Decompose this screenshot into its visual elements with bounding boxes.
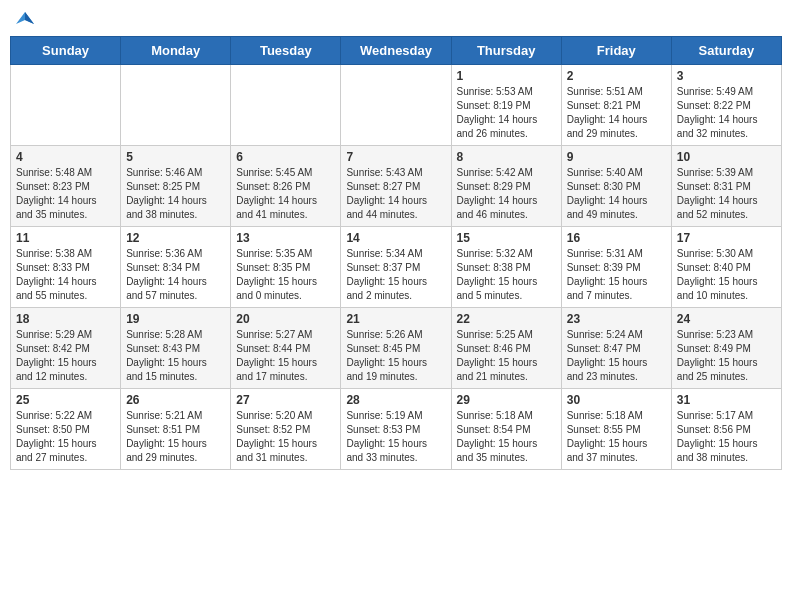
day-of-week-header: Saturday: [671, 37, 781, 65]
day-info: Sunrise: 5:43 AMSunset: 8:27 PMDaylight:…: [346, 166, 445, 222]
calendar-cell: 24Sunrise: 5:23 AMSunset: 8:49 PMDayligh…: [671, 308, 781, 389]
day-number: 30: [567, 393, 666, 407]
calendar-week-row: 11Sunrise: 5:38 AMSunset: 8:33 PMDayligh…: [11, 227, 782, 308]
day-number: 23: [567, 312, 666, 326]
day-of-week-header: Sunday: [11, 37, 121, 65]
day-info: Sunrise: 5:22 AMSunset: 8:50 PMDaylight:…: [16, 409, 115, 465]
page-header: [10, 10, 782, 28]
day-number: 27: [236, 393, 335, 407]
calendar-cell: 13Sunrise: 5:35 AMSunset: 8:35 PMDayligh…: [231, 227, 341, 308]
calendar-cell: [121, 65, 231, 146]
calendar-cell: 27Sunrise: 5:20 AMSunset: 8:52 PMDayligh…: [231, 389, 341, 470]
calendar-header-row: SundayMondayTuesdayWednesdayThursdayFrid…: [11, 37, 782, 65]
calendar-cell: 16Sunrise: 5:31 AMSunset: 8:39 PMDayligh…: [561, 227, 671, 308]
day-info: Sunrise: 5:18 AMSunset: 8:54 PMDaylight:…: [457, 409, 556, 465]
calendar-cell: 23Sunrise: 5:24 AMSunset: 8:47 PMDayligh…: [561, 308, 671, 389]
day-info: Sunrise: 5:39 AMSunset: 8:31 PMDaylight:…: [677, 166, 776, 222]
day-number: 10: [677, 150, 776, 164]
day-info: Sunrise: 5:40 AMSunset: 8:30 PMDaylight:…: [567, 166, 666, 222]
day-of-week-header: Wednesday: [341, 37, 451, 65]
day-info: Sunrise: 5:25 AMSunset: 8:46 PMDaylight:…: [457, 328, 556, 384]
calendar-cell: 18Sunrise: 5:29 AMSunset: 8:42 PMDayligh…: [11, 308, 121, 389]
day-number: 29: [457, 393, 556, 407]
day-info: Sunrise: 5:38 AMSunset: 8:33 PMDaylight:…: [16, 247, 115, 303]
logo: [14, 10, 34, 28]
day-info: Sunrise: 5:29 AMSunset: 8:42 PMDaylight:…: [16, 328, 115, 384]
day-info: Sunrise: 5:18 AMSunset: 8:55 PMDaylight:…: [567, 409, 666, 465]
calendar-cell: 20Sunrise: 5:27 AMSunset: 8:44 PMDayligh…: [231, 308, 341, 389]
calendar-cell: 8Sunrise: 5:42 AMSunset: 8:29 PMDaylight…: [451, 146, 561, 227]
day-number: 4: [16, 150, 115, 164]
day-number: 1: [457, 69, 556, 83]
day-of-week-header: Tuesday: [231, 37, 341, 65]
calendar-cell: 17Sunrise: 5:30 AMSunset: 8:40 PMDayligh…: [671, 227, 781, 308]
day-of-week-header: Monday: [121, 37, 231, 65]
day-number: 3: [677, 69, 776, 83]
day-info: Sunrise: 5:19 AMSunset: 8:53 PMDaylight:…: [346, 409, 445, 465]
day-info: Sunrise: 5:36 AMSunset: 8:34 PMDaylight:…: [126, 247, 225, 303]
calendar-cell: 10Sunrise: 5:39 AMSunset: 8:31 PMDayligh…: [671, 146, 781, 227]
day-info: Sunrise: 5:17 AMSunset: 8:56 PMDaylight:…: [677, 409, 776, 465]
day-of-week-header: Thursday: [451, 37, 561, 65]
day-info: Sunrise: 5:51 AMSunset: 8:21 PMDaylight:…: [567, 85, 666, 141]
day-info: Sunrise: 5:24 AMSunset: 8:47 PMDaylight:…: [567, 328, 666, 384]
calendar-table: SundayMondayTuesdayWednesdayThursdayFrid…: [10, 36, 782, 470]
day-number: 11: [16, 231, 115, 245]
day-info: Sunrise: 5:42 AMSunset: 8:29 PMDaylight:…: [457, 166, 556, 222]
calendar-cell: 5Sunrise: 5:46 AMSunset: 8:25 PMDaylight…: [121, 146, 231, 227]
day-number: 17: [677, 231, 776, 245]
day-info: Sunrise: 5:32 AMSunset: 8:38 PMDaylight:…: [457, 247, 556, 303]
calendar-cell: 6Sunrise: 5:45 AMSunset: 8:26 PMDaylight…: [231, 146, 341, 227]
day-info: Sunrise: 5:28 AMSunset: 8:43 PMDaylight:…: [126, 328, 225, 384]
calendar-cell: 21Sunrise: 5:26 AMSunset: 8:45 PMDayligh…: [341, 308, 451, 389]
calendar-cell: 26Sunrise: 5:21 AMSunset: 8:51 PMDayligh…: [121, 389, 231, 470]
calendar-cell: 7Sunrise: 5:43 AMSunset: 8:27 PMDaylight…: [341, 146, 451, 227]
day-info: Sunrise: 5:27 AMSunset: 8:44 PMDaylight:…: [236, 328, 335, 384]
calendar-cell: [341, 65, 451, 146]
day-info: Sunrise: 5:23 AMSunset: 8:49 PMDaylight:…: [677, 328, 776, 384]
day-number: 7: [346, 150, 445, 164]
calendar-cell: [231, 65, 341, 146]
day-info: Sunrise: 5:45 AMSunset: 8:26 PMDaylight:…: [236, 166, 335, 222]
calendar-cell: 15Sunrise: 5:32 AMSunset: 8:38 PMDayligh…: [451, 227, 561, 308]
day-number: 15: [457, 231, 556, 245]
day-number: 16: [567, 231, 666, 245]
day-info: Sunrise: 5:49 AMSunset: 8:22 PMDaylight:…: [677, 85, 776, 141]
day-info: Sunrise: 5:35 AMSunset: 8:35 PMDaylight:…: [236, 247, 335, 303]
calendar-cell: 29Sunrise: 5:18 AMSunset: 8:54 PMDayligh…: [451, 389, 561, 470]
day-number: 20: [236, 312, 335, 326]
day-number: 6: [236, 150, 335, 164]
day-number: 19: [126, 312, 225, 326]
day-number: 5: [126, 150, 225, 164]
svg-marker-1: [25, 12, 34, 24]
calendar-cell: [11, 65, 121, 146]
calendar-cell: 11Sunrise: 5:38 AMSunset: 8:33 PMDayligh…: [11, 227, 121, 308]
day-info: Sunrise: 5:31 AMSunset: 8:39 PMDaylight:…: [567, 247, 666, 303]
day-number: 21: [346, 312, 445, 326]
day-info: Sunrise: 5:46 AMSunset: 8:25 PMDaylight:…: [126, 166, 225, 222]
day-number: 12: [126, 231, 225, 245]
day-number: 13: [236, 231, 335, 245]
day-number: 31: [677, 393, 776, 407]
calendar-week-row: 25Sunrise: 5:22 AMSunset: 8:50 PMDayligh…: [11, 389, 782, 470]
calendar-cell: 2Sunrise: 5:51 AMSunset: 8:21 PMDaylight…: [561, 65, 671, 146]
day-info: Sunrise: 5:20 AMSunset: 8:52 PMDaylight:…: [236, 409, 335, 465]
calendar-cell: 1Sunrise: 5:53 AMSunset: 8:19 PMDaylight…: [451, 65, 561, 146]
day-number: 26: [126, 393, 225, 407]
day-number: 25: [16, 393, 115, 407]
calendar-week-row: 18Sunrise: 5:29 AMSunset: 8:42 PMDayligh…: [11, 308, 782, 389]
day-info: Sunrise: 5:34 AMSunset: 8:37 PMDaylight:…: [346, 247, 445, 303]
calendar-cell: 25Sunrise: 5:22 AMSunset: 8:50 PMDayligh…: [11, 389, 121, 470]
day-info: Sunrise: 5:48 AMSunset: 8:23 PMDaylight:…: [16, 166, 115, 222]
day-info: Sunrise: 5:53 AMSunset: 8:19 PMDaylight:…: [457, 85, 556, 141]
day-number: 2: [567, 69, 666, 83]
calendar-cell: 19Sunrise: 5:28 AMSunset: 8:43 PMDayligh…: [121, 308, 231, 389]
logo-bird-icon: [16, 10, 34, 28]
day-number: 18: [16, 312, 115, 326]
day-number: 24: [677, 312, 776, 326]
day-number: 8: [457, 150, 556, 164]
calendar-cell: 28Sunrise: 5:19 AMSunset: 8:53 PMDayligh…: [341, 389, 451, 470]
calendar-cell: 4Sunrise: 5:48 AMSunset: 8:23 PMDaylight…: [11, 146, 121, 227]
day-of-week-header: Friday: [561, 37, 671, 65]
calendar-cell: 9Sunrise: 5:40 AMSunset: 8:30 PMDaylight…: [561, 146, 671, 227]
